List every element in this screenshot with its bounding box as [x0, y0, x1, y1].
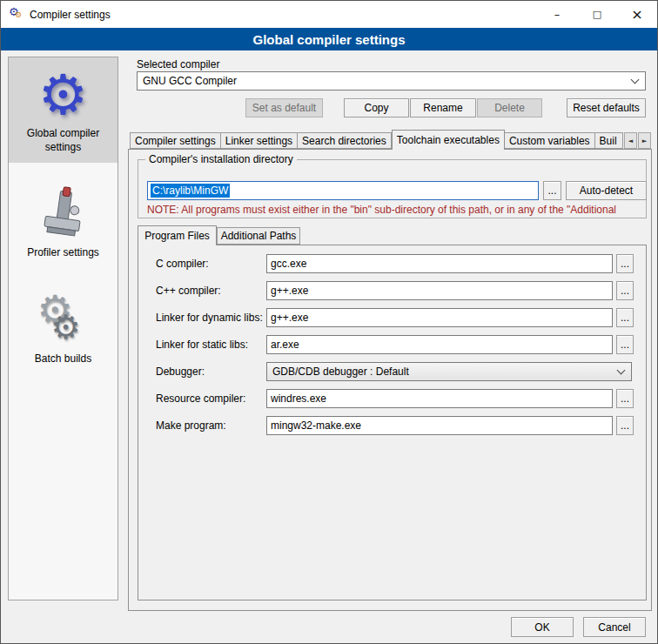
app-icon: ⚙ ⚙	[9, 8, 23, 22]
tab-scroll-right-button[interactable]: ►	[638, 132, 651, 149]
close-button[interactable]: ×	[617, 1, 657, 28]
gray-gears-icon: ⚙⚙	[10, 288, 116, 352]
row-debugger: Debugger: GDB/CDB debugger : Default	[138, 362, 646, 381]
row-cpp-compiler: C++ compiler: ...	[138, 281, 646, 300]
toolchain-executables-panel: Compiler's installation directory C:\ray…	[128, 149, 652, 611]
selected-text: C:\raylib\MinGW	[151, 184, 230, 198]
c-compiler-label: C compiler:	[156, 254, 209, 273]
browse-make-program-button[interactable]: ...	[616, 416, 634, 435]
row-c-compiler: C compiler: ...	[138, 254, 646, 273]
resource-compiler-input[interactable]	[266, 389, 613, 408]
tab-custom-variables[interactable]: Custom variables	[505, 132, 595, 149]
selected-compiler-value: GNU GCC Compiler	[143, 75, 237, 87]
browse-install-dir-button[interactable]: ...	[543, 181, 561, 200]
delete-button[interactable]: Delete	[477, 98, 542, 117]
row-linker-static: Linker for static libs: ...	[138, 335, 646, 354]
ok-button[interactable]: OK	[511, 617, 574, 637]
reset-defaults-button[interactable]: Reset defaults	[567, 98, 646, 117]
sidebar-item-profiler-settings[interactable]: Profiler settings	[9, 177, 118, 269]
tab-toolchain-executables[interactable]: Toolchain executables	[392, 130, 505, 150]
groupbox-title: Compiler's installation directory	[145, 153, 297, 165]
dialog-header: Global compiler settings	[1, 28, 657, 50]
subtab-additional-paths[interactable]: Additional Paths	[217, 227, 300, 245]
minimize-button[interactable]: –	[537, 1, 577, 28]
selected-compiler-dropdown[interactable]: GNU GCC Compiler	[137, 71, 646, 91]
compiler-settings-window: ⚙ ⚙ Compiler settings – □ × Global compi…	[0, 0, 658, 644]
make-program-input[interactable]	[266, 416, 613, 435]
copy-button[interactable]: Copy	[344, 98, 409, 117]
cpp-compiler-input[interactable]	[266, 281, 613, 300]
maximize-button[interactable]: □	[577, 1, 617, 28]
chevron-down-icon	[631, 76, 640, 84]
tab-search-directories[interactable]: Search directories	[298, 132, 392, 149]
debugger-value: GDB/CDB debugger : Default	[272, 366, 409, 378]
resource-compiler-label: Resource compiler:	[156, 389, 245, 408]
profiler-tool-icon	[10, 182, 116, 246]
sidebar-item-batch-builds[interactable]: ⚙⚙ Batch builds	[9, 283, 118, 375]
minimize-icon: –	[554, 8, 561, 21]
linker-static-label: Linker for static libs:	[156, 335, 248, 354]
browse-resource-compiler-button[interactable]: ...	[616, 389, 634, 408]
make-program-label: Make program:	[156, 416, 226, 435]
app-gear-small-icon: ⚙	[15, 11, 22, 19]
sidebar-item-label: Global compiler settings	[10, 127, 116, 156]
tab-linker-settings[interactable]: Linker settings	[221, 132, 298, 149]
browse-linker-dynamic-button[interactable]: ...	[616, 308, 634, 327]
left-arrow-icon: ◄	[628, 138, 633, 144]
tab-build-options-clipped[interactable]: Buil	[595, 132, 623, 149]
tab-scroll-left-button[interactable]: ◄	[624, 132, 637, 149]
browse-linker-static-button[interactable]: ...	[616, 335, 634, 354]
sidebar-item-label: Profiler settings	[10, 246, 116, 262]
linker-static-input[interactable]	[266, 335, 613, 354]
cancel-button[interactable]: Cancel	[583, 617, 646, 637]
installation-directory-groupbox: Compiler's installation directory C:\ray…	[138, 159, 647, 218]
browse-c-compiler-button[interactable]: ...	[616, 254, 634, 273]
c-compiler-input[interactable]	[266, 254, 613, 273]
browse-cpp-compiler-button[interactable]: ...	[616, 281, 634, 300]
subtab-program-files[interactable]: Program Files	[138, 225, 217, 245]
rename-button[interactable]: Rename	[410, 98, 476, 117]
chevron-down-icon	[617, 366, 626, 375]
auto-detect-button[interactable]: Auto-detect	[566, 181, 647, 200]
note-text: NOTE: All programs must exist either in …	[147, 204, 645, 216]
close-icon: ×	[631, 6, 642, 23]
caption-buttons: – □ ×	[537, 1, 657, 28]
linker-dynamic-input[interactable]	[266, 308, 613, 327]
linker-dynamic-label: Linker for dynamic libs:	[156, 308, 263, 327]
window-title: Compiler settings	[30, 9, 111, 21]
cpp-compiler-label: C++ compiler:	[156, 281, 221, 300]
tab-strip: Compiler settings Linker settings Search…	[130, 130, 623, 150]
installation-directory-input[interactable]: C:\raylib\MinGW	[147, 181, 539, 200]
titlebar: ⚙ ⚙ Compiler settings – □ ×	[1, 1, 657, 28]
sidebar-item-global-compiler-settings[interactable]: ⚙ Global compiler settings	[9, 57, 118, 163]
debugger-label: Debugger:	[156, 362, 205, 381]
right-arrow-icon: ►	[642, 138, 647, 144]
blue-gear-icon: ⚙	[10, 63, 116, 127]
maximize-icon: □	[593, 9, 601, 20]
sidebar-item-label: Batch builds	[10, 352, 116, 368]
set-as-default-button[interactable]: Set as default	[245, 98, 323, 117]
tab-compiler-settings[interactable]: Compiler settings	[130, 132, 221, 149]
sidebar: ⚙ Global compiler settings Profiler sett…	[8, 57, 118, 600]
row-resource-compiler: Resource compiler: ...	[138, 389, 646, 408]
row-linker-dynamic: Linker for dynamic libs: ...	[138, 308, 646, 327]
selected-compiler-label: Selected compiler	[137, 58, 219, 70]
row-make-program: Make program: ...	[138, 416, 646, 435]
program-files-panel: C compiler: ... C++ compiler: ... Linker…	[138, 245, 647, 600]
debugger-select[interactable]: GDB/CDB debugger : Default	[266, 362, 632, 381]
